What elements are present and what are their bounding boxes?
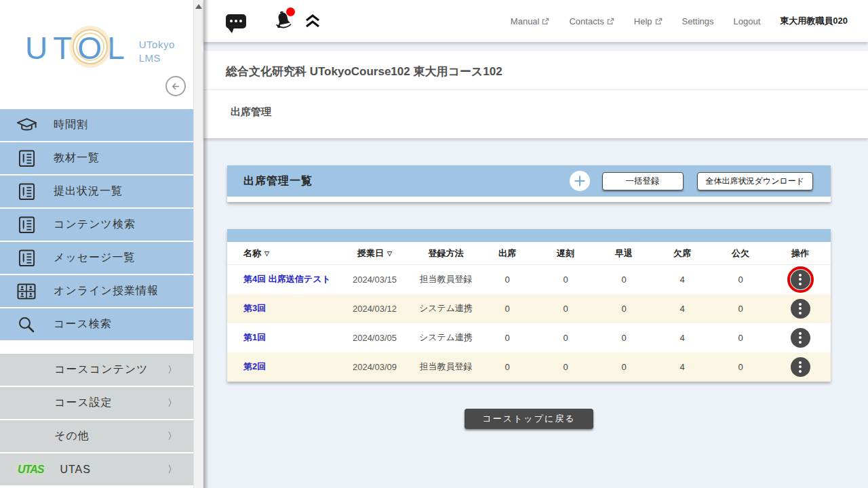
utas-logo-icon: UTAS — [18, 464, 43, 476]
session-date: 2024/03/09 — [336, 352, 414, 382]
attendance-table: 名称▽ 授業日▽ 登録方法 出席 遅刻 早退 欠席 公欠 操作 — [227, 242, 831, 382]
early-leave-count: 0 — [595, 294, 653, 323]
utol-logo: UTOL UTokyo LMS — [23, 33, 175, 64]
chevron-right-icon: 〉 — [167, 430, 177, 443]
sidebar-submenu: コースコンテンツ 〉 コース設定 〉 その他 〉 UTAS UTAS 〉 — [0, 354, 193, 485]
chat-messages-icon[interactable] — [226, 14, 246, 28]
present-count: 0 — [478, 294, 536, 323]
notifications-bell-button[interactable] — [273, 9, 294, 33]
clipboard-icon — [13, 249, 40, 267]
present-count: 0 — [478, 352, 536, 382]
batch-register-button[interactable]: 一括登録 — [602, 172, 684, 190]
sidebar-logo-area: UTOL UTokyo LMS — [0, 0, 193, 109]
kebab-menu-icon[interactable] — [791, 328, 810, 348]
screen: UTOL UTokyo LMS 時間割 — [0, 0, 868, 488]
sidebar-item-course-settings[interactable]: コース設定 〉 — [0, 387, 193, 419]
contacts-link[interactable]: Contacts — [569, 16, 614, 26]
present-count: 0 — [478, 323, 536, 352]
external-link-icon — [542, 18, 549, 25]
back-arrow-icon — [171, 81, 181, 92]
excused-count: 0 — [711, 323, 770, 352]
attendance-panel: 出席管理一覧 一括登録 全体出席状況ダウンロード — [227, 165, 831, 202]
present-count: 0 — [478, 265, 536, 294]
early-leave-count: 0 — [595, 323, 653, 352]
session-link[interactable]: 第3回 — [243, 303, 266, 313]
chevron-right-icon: 〉 — [167, 397, 177, 409]
current-user-name: 東大用教職員020 — [780, 15, 848, 27]
session-link[interactable]: 第1回 — [243, 332, 266, 342]
sidebar-item-messages[interactable]: メッセージ一覧 — [0, 242, 193, 274]
logo-letter: T — [51, 33, 75, 64]
sidebar-item-utas[interactable]: UTAS UTAS 〉 — [0, 453, 193, 485]
add-attendance-button[interactable] — [570, 171, 590, 191]
excused-count: 0 — [711, 294, 770, 323]
page-title: 出席管理 — [203, 90, 868, 138]
kebab-menu-icon[interactable] — [791, 270, 810, 289]
kebab-menu-icon[interactable] — [791, 299, 810, 319]
clipboard-icon — [13, 182, 40, 201]
sidebar-collapse-button[interactable] — [165, 76, 186, 96]
attendance-panel-header: 出席管理一覧 一括登録 全体出席状況ダウンロード — [227, 165, 831, 197]
late-count: 0 — [536, 265, 595, 294]
column-header-name[interactable]: 名称▽ — [227, 242, 336, 265]
sidebar-item-online-class[interactable]: オンライン授業情報 — [0, 275, 193, 307]
column-header-date[interactable]: 授業日▽ — [336, 242, 414, 265]
content-area: 出席管理一覧 一括登録 全体出席状況ダウンロード — [227, 165, 831, 429]
absent-count: 4 — [653, 323, 711, 352]
download-all-attendance-button[interactable]: 全体出席状況ダウンロード — [697, 172, 813, 190]
late-count: 0 — [536, 294, 595, 323]
sidebar-item-materials[interactable]: 教材一覧 — [0, 142, 193, 174]
sidebar-item-timetable[interactable]: 時間割 — [0, 109, 193, 141]
top-header-bar: Manual Contacts Help Settings Logout 東大用… — [203, 0, 868, 42]
sidebar-item-course-contents[interactable]: コースコンテンツ 〉 — [0, 354, 193, 386]
session-date: 2024/03/05 — [336, 323, 414, 352]
column-header-excused: 公欠 — [711, 242, 770, 265]
sidebar-item-content-search[interactable]: コンテンツ検索 — [0, 209, 193, 241]
session-link[interactable]: 第2回 — [243, 361, 266, 371]
excused-count: 0 — [711, 265, 770, 294]
table-row: 第4回 出席送信テスト 2024/03/15 担当教員登録 0 0 0 4 0 — [227, 265, 831, 294]
back-to-course-top-button[interactable]: コーストップに戻る — [465, 409, 593, 429]
course-title-panel: 総合文化研究科 UTokyoCourse102 東大用コース102 出席管理 — [203, 51, 868, 138]
sidebar-item-submissions[interactable]: 提出状況一覧 — [0, 176, 193, 207]
sidebar-item-course-search[interactable]: コース検索 — [0, 308, 193, 340]
early-leave-count: 0 — [595, 265, 653, 294]
sidebar-scrollbar[interactable] — [193, 0, 203, 488]
manual-link[interactable]: Manual — [511, 16, 550, 26]
sidebar-item-others[interactable]: その他 〉 — [0, 420, 193, 452]
panel-title: 出席管理一覧 — [243, 174, 313, 188]
kebab-menu-icon[interactable] — [791, 357, 810, 377]
logo-letter: L — [105, 33, 128, 64]
column-header-actions: 操作 — [770, 242, 831, 265]
main-content: Manual Contacts Help Settings Logout 東大用… — [203, 0, 868, 488]
double-chevron-up-icon — [304, 14, 321, 29]
session-date: 2024/03/15 — [336, 265, 414, 294]
video-meeting-icon — [13, 283, 40, 300]
absent-count: 4 — [653, 294, 711, 323]
external-link-icon — [607, 18, 614, 25]
absent-count: 4 — [653, 265, 711, 294]
column-header-method: 登録方法 — [414, 242, 478, 265]
registration-method: 担当教員登録 — [414, 265, 478, 294]
column-header-present: 出席 — [478, 242, 536, 265]
panel-body-strip — [227, 197, 831, 202]
session-link[interactable]: 第4回 出席送信テスト — [243, 274, 331, 284]
sidebar-menu: 時間割 教材一覧 提出状況一覧 コンテンツ検索 — [0, 109, 193, 485]
attendance-table-container: 名称▽ 授業日▽ 登録方法 出席 遅刻 早退 欠席 公欠 操作 — [227, 229, 831, 382]
late-count: 0 — [536, 323, 595, 352]
plus-icon — [574, 175, 586, 187]
annotation-red-circle — [787, 266, 814, 293]
column-header-late: 遅刻 — [536, 242, 595, 265]
table-row: 第2回 2024/03/09 担当教員登録 0 0 0 4 0 — [227, 352, 831, 382]
notification-badge — [286, 7, 295, 16]
settings-link[interactable]: Settings — [682, 16, 714, 26]
collapse-header-button[interactable] — [304, 14, 321, 29]
scroll-up-arrow-icon[interactable] — [195, 4, 202, 9]
help-link[interactable]: Help — [634, 16, 663, 26]
table-top-bar — [227, 229, 831, 242]
logo-subtitle: UTokyo LMS — [139, 33, 175, 64]
external-link-icon — [655, 18, 663, 25]
logout-link[interactable]: Logout — [734, 16, 761, 26]
session-date: 2024/03/12 — [336, 294, 414, 323]
excused-count: 0 — [711, 352, 770, 382]
